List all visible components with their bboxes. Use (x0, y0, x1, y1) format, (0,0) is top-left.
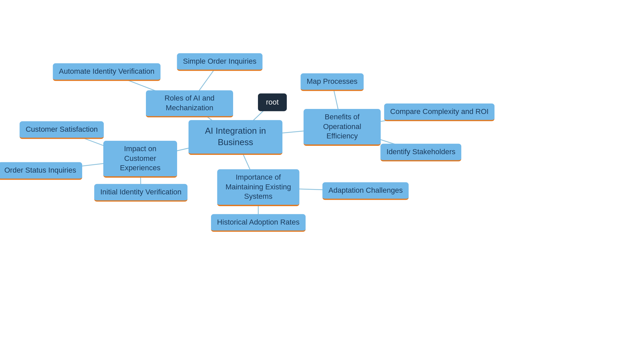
node-label-simple_order: Simple Order Inquiries (183, 57, 257, 65)
node-label-historical_adoption: Historical Adoption Rates (217, 218, 300, 226)
node-label-map_processes: Map Processes (307, 77, 358, 85)
node-simple_order[interactable]: Simple Order Inquiries (177, 53, 263, 71)
node-label-automate_identity: Automate Identity Verification (59, 67, 155, 75)
node-label-identify_stakeholders: Identify Stakeholders (386, 147, 455, 156)
node-label-roles_ai: Roles of AI and Mechanization (164, 94, 214, 112)
node-initial_identity[interactable]: Initial Identity Verification (94, 184, 187, 202)
node-roles_ai[interactable]: Roles of AI and Mechanization (146, 90, 233, 117)
node-automate_identity[interactable]: Automate Identity Verification (53, 63, 161, 81)
node-identify_stakeholders[interactable]: Identify Stakeholders (380, 144, 461, 162)
node-label-order_status: Order Status Inquiries (4, 166, 76, 174)
node-map_processes[interactable]: Map Processes (301, 73, 364, 91)
node-label-impact_customer: Impact on Customer Experiences (120, 144, 160, 172)
node-importance_maintaining[interactable]: Importance of Maintaining Existing Syste… (217, 169, 300, 206)
node-center[interactable]: AI Integration in Business (189, 120, 282, 155)
node-historical_adoption[interactable]: Historical Adoption Rates (211, 214, 306, 232)
node-impact_customer[interactable]: Impact on Customer Experiences (103, 141, 177, 178)
node-benefits_operational[interactable]: Benefits of Operational Efficiency (304, 109, 381, 146)
node-label-importance_maintaining: Importance of Maintaining Existing Syste… (225, 173, 291, 200)
node-adaptation_challenges[interactable]: Adaptation Challenges (322, 182, 409, 200)
node-customer_satisfaction[interactable]: Customer Satisfaction (19, 121, 104, 139)
node-label-adaptation_challenges: Adaptation Challenges (328, 186, 402, 194)
node-label-initial_identity: Initial Identity Verification (100, 188, 181, 196)
node-order_status[interactable]: Order Status Inquiries (0, 162, 82, 180)
node-label-root: root (266, 98, 279, 106)
node-compare_complexity[interactable]: Compare Complexity and ROI (384, 104, 494, 121)
node-label-compare_complexity: Compare Complexity and ROI (390, 107, 488, 116)
node-label-benefits_operational: Benefits of Operational Efficiency (323, 113, 361, 140)
node-root[interactable]: root (258, 94, 287, 111)
node-label-customer_satisfaction: Customer Satisfaction (25, 125, 98, 133)
node-label-center: AI Integration in Business (205, 126, 266, 147)
